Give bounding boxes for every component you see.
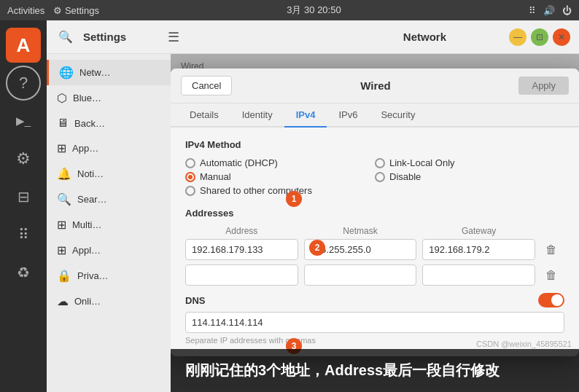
method-link-local[interactable]: Link-Local Only [375,157,564,168]
nav-item-multitasking[interactable]: ⊞ Multi… [47,212,171,238]
tab-security[interactable]: Security [369,103,427,128]
sidebar-icon-terminal[interactable]: ▶_ [6,103,41,138]
tooltip-annotation: 刚刚记住的3个地址，Address最后一段自行修改 [171,349,579,392]
modal-tabs: Details Identity IPv4 IPv6 Security [171,103,579,128]
gateway-input-1[interactable] [422,239,535,260]
tab-identity[interactable]: Identity [230,103,284,128]
cancel-button[interactable]: Cancel [181,76,232,95]
background-nav-icon: 🖥 [57,117,69,130]
tooltip-text: 刚刚记住的3个地址，Address最后一段自行修改 [185,361,500,380]
dns-section: DNS Separate IP addresses with comma [185,293,564,345]
nav-label-search: Sear… [77,194,106,205]
method-manual[interactable]: Manual [185,171,375,182]
method-link-local-label: Link-Local Only [389,157,455,168]
sidebar-icon-apps[interactable]: ⠿ [6,217,41,252]
netmask-input-2[interactable] [304,264,417,286]
topbar-left: Activities ⚙ Settings [7,5,99,16]
nav-item-online[interactable]: ☁ Onli… [47,289,171,314]
gateway-input-2[interactable] [422,264,535,286]
search-button[interactable]: 🔍 [55,27,76,47]
topbar-center: 3月 30 20:50 [287,4,341,17]
sidebar-icon-files[interactable]: ⊟ [6,179,41,214]
method-automatic[interactable]: Automatic (DHCP) [185,157,375,168]
bluetooth-nav-icon: ⬡ [57,91,67,105]
method-grid: Automatic (DHCP) Link-Local Only [185,157,564,196]
delete-row-2-button[interactable]: 🗑 [541,265,561,286]
network-status-icon: ⠿ [529,5,536,16]
sidebar-icon-help[interactable]: ? [6,66,41,101]
radio-automatic[interactable] [185,158,195,168]
privacy-nav-icon: 🔒 [57,269,71,283]
modal-header: Cancel Wired Apply [171,68,579,103]
tab-ipv4[interactable]: IPv4 [284,103,327,128]
nav-label-applications: App… [72,143,98,154]
nav-label-notifications: Noti… [77,168,104,179]
datetime-display: 3月 30 20:50 [287,4,341,17]
main-area: A ? ▶_ ⚙ ⊟ ⠿ ♻ 🔍 Settings ☰ Network — ⊡ … [0,20,579,392]
apply-button[interactable]: Apply [518,77,569,95]
modal-body: IPv4 Method Automatic (DHCP) Link-Local … [171,128,579,356]
dns-input[interactable] [185,312,564,333]
activities-button[interactable]: Activities [7,5,44,16]
settings-nav: 🌐 Netw… ⬡ Blue… 🖥 Back… ⊞ App… 🔔 No [47,54,171,392]
col-address: Address [185,226,298,236]
tab-ipv6[interactable]: IPv6 [327,103,369,128]
nav-item-notifications[interactable]: 🔔 Noti… [47,161,171,187]
radio-manual-dot [188,175,193,179]
volume-icon: 🔊 [543,5,555,16]
nav-item-applications[interactable]: ⊞ App… [47,136,171,161]
sidebar-icon-recycle[interactable]: ♻ [6,255,41,290]
settings-titlebar: 🔍 Settings ☰ Network — ⊡ ✕ [47,20,579,54]
minimize-button[interactable]: — [509,28,526,46]
address-input-1[interactable] [185,239,298,260]
col-netmask: Netmask [304,226,417,236]
nav-item-bluetooth[interactable]: ⬡ Blue… [47,85,171,111]
nav-item-apps2[interactable]: ⊞ Appl… [47,238,171,263]
radio-disable[interactable] [375,172,385,182]
nav-label-background: Back… [74,118,105,129]
ipv4-method-title: IPv4 Method [185,139,564,150]
radio-link-local[interactable] [375,158,385,168]
sidebar-icon-settings[interactable]: ⚙ [6,141,41,176]
modal-title: Wired [232,79,518,92]
topbar: Activities ⚙ Settings 3月 30 20:50 ⠿ 🔊 ⏻ [0,0,579,20]
nav-label-network: Netw… [79,67,111,78]
nav-label-apps2: Appl… [72,245,101,256]
sidebar-icon-appstore[interactable]: A [6,28,41,63]
annotation-1: 1 [286,191,302,207]
nav-label-privacy: Priva… [77,270,109,281]
nav-item-background[interactable]: 🖥 Back… [47,111,171,136]
dns-toggle[interactable] [538,293,564,307]
tab-details[interactable]: Details [178,103,230,128]
settings-window: 🔍 Settings ☰ Network — ⊡ ✕ 🌐 Netw… ⬡ [47,20,579,392]
address-row-1: 🗑 [185,239,564,260]
radio-shared[interactable] [185,186,195,196]
method-disable[interactable]: Disable [375,171,564,182]
online-nav-icon: ☁ [57,294,69,308]
delete-row-1-button[interactable]: 🗑 [541,240,561,260]
apps-nav-icon: ⊞ [57,141,66,155]
dns-title: DNS [185,295,205,306]
topbar-right: ⠿ 🔊 ⏻ [529,5,572,16]
method-manual-label: Manual [200,171,231,182]
network-panel: Wired 🔌 Connected - 100 Mb/s ⚙ + [171,54,579,392]
window-controls: — ⊡ ✕ [509,28,570,46]
nav-item-search[interactable]: 🔍 Sear… [47,187,171,212]
nav-label-bluetooth: Blue… [73,93,101,103]
addresses-section: Addresses Address Netmask Gateway [185,208,564,286]
dns-toggle-knob [551,294,563,306]
radio-manual[interactable] [185,172,195,182]
notifications-nav-icon: 🔔 [57,167,71,181]
addresses-header: Address Netmask Gateway [185,226,564,236]
nav-item-privacy[interactable]: 🔒 Priva… [47,263,171,289]
method-shared[interactable]: Shared to other computers [185,185,375,196]
search-nav-icon: 🔍 [57,192,71,206]
hamburger-menu[interactable]: ☰ [168,29,179,45]
apps2-nav-icon: ⊞ [57,243,66,257]
maximize-button[interactable]: ⊡ [531,28,548,46]
close-button[interactable]: ✕ [553,28,570,46]
sidebar: A ? ▶_ ⚙ ⊟ ⠿ ♻ [0,20,47,392]
address-input-2[interactable] [185,264,298,286]
method-automatic-label: Automatic (DHCP) [200,157,278,168]
nav-item-network[interactable]: 🌐 Netw… [47,60,171,85]
